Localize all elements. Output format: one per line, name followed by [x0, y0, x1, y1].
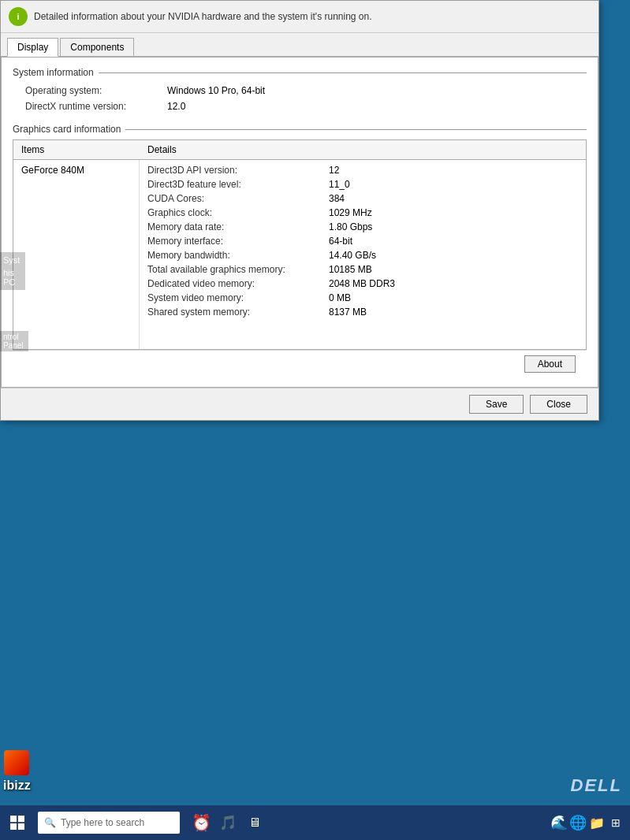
card-name: GeForce 840M	[21, 165, 84, 176]
col-header-items: Items	[13, 143, 140, 157]
svg-rect-2	[10, 823, 17, 830]
table-body: GeForce 840M Direct3D API version:12Dire…	[13, 160, 586, 349]
directx-value: 12.0	[167, 101, 185, 112]
tray-icon-edge[interactable]: 🌐	[570, 815, 586, 831]
control-panel-item[interactable]: ntrol Panel	[0, 331, 28, 351]
search-icon: 🔍	[44, 817, 56, 828]
tray-icon-store[interactable]: ⊞	[608, 815, 624, 831]
taskbar-icon-clock[interactable]: ⏰	[191, 812, 211, 833]
start-button[interactable]	[0, 805, 35, 840]
table-header: Items Details	[13, 140, 586, 160]
detail-row: Memory data rate:1.80 Gbps	[140, 220, 586, 234]
left-item-pc[interactable]: his PC	[3, 266, 22, 288]
svg-rect-3	[18, 823, 24, 830]
desktop-icon-area: ibizz	[3, 750, 31, 793]
dell-logo: DELL	[571, 775, 622, 796]
detail-value: 12	[329, 165, 339, 176]
detail-value: 14.40 GB/s	[329, 250, 376, 261]
items-column: GeForce 840M	[13, 160, 140, 349]
details-column: Direct3D API version:12Direct3D feature …	[140, 160, 586, 349]
about-button[interactable]: About	[524, 355, 576, 373]
os-row: Operating system: Windows 10 Pro, 64-bit	[13, 83, 587, 98]
os-value: Windows 10 Pro, 64-bit	[167, 85, 265, 96]
left-item-syst[interactable]: Syst	[3, 254, 22, 266]
windows-logo-icon	[10, 816, 24, 830]
save-button[interactable]: Save	[469, 395, 524, 414]
detail-row: Memory bandwidth:14.40 GB/s	[140, 248, 586, 262]
os-label: Operating system:	[25, 85, 167, 96]
detail-row: Dedicated video memory:2048 MB DDR3	[140, 277, 586, 291]
detail-row: Total available graphics memory:10185 MB	[140, 262, 586, 277]
detail-value: 64-bit	[329, 236, 352, 247]
detail-label: Graphics clock:	[147, 207, 329, 218]
tray-icon-folder[interactable]: 📁	[589, 815, 605, 831]
detail-label: Memory data rate:	[147, 221, 329, 232]
left-nav: Syst his PC	[0, 252, 25, 290]
tab-display[interactable]: Display	[7, 38, 58, 57]
graphics-card-section: Graphics card information Items Details …	[13, 124, 587, 377]
content-area: System information Operating system: Win…	[1, 57, 598, 388]
dialog-footer: Save Close	[1, 388, 598, 420]
dialog-title: Detailed information about your NVIDIA h…	[34, 11, 372, 22]
taskbar-icon-monitor[interactable]: 🖥	[244, 812, 265, 833]
col-header-details: Details	[140, 143, 586, 157]
detail-label: Total available graphics memory:	[147, 264, 329, 275]
detail-row: System video memory:0 MB	[140, 291, 586, 305]
taskbar-icons: ⏰ 🎵 🖥	[191, 812, 265, 833]
graphics-table: Items Details GeForce 840M Direct3D API …	[13, 139, 587, 350]
detail-row: Shared system memory:8137 MB	[140, 305, 586, 319]
graphics-card-title: Graphics card information	[13, 124, 587, 135]
directx-label: DirectX runtime version:	[25, 101, 167, 112]
nvidia-icon: i	[9, 7, 28, 26]
search-bar[interactable]: 🔍 Type here to search	[38, 812, 180, 834]
detail-label: Shared system memory:	[147, 307, 329, 318]
detail-value: 8137 MB	[329, 307, 367, 318]
system-tray: 🌊 🌐 📁 ⊞	[551, 815, 624, 831]
detail-value: 2048 MB DDR3	[329, 278, 395, 289]
taskbar-icon-music[interactable]: 🎵	[218, 812, 238, 833]
ibizz-text: ibizz	[3, 779, 31, 793]
desktop-icon-img	[4, 750, 29, 775]
detail-row: CUDA Cores:384	[140, 191, 586, 206]
detail-label: CUDA Cores:	[147, 193, 329, 204]
about-btn-area: About	[13, 350, 587, 377]
directx-row: DirectX runtime version: 12.0	[13, 98, 587, 114]
detail-row: Direct3D feature level:11_0	[140, 177, 586, 191]
detail-label: Direct3D feature level:	[147, 179, 329, 190]
detail-label: System video memory:	[147, 292, 329, 303]
svg-rect-0	[10, 816, 17, 822]
tray-icon-media[interactable]: 🌊	[551, 815, 567, 831]
svg-rect-1	[18, 816, 24, 822]
nvidia-dialog: i Detailed information about your NVIDIA…	[0, 0, 599, 421]
detail-label: Direct3D API version:	[147, 165, 329, 176]
detail-value: 1.80 Gbps	[329, 221, 372, 232]
system-info-section: System information	[13, 67, 587, 78]
detail-label: Memory bandwidth:	[147, 250, 329, 261]
detail-row: Memory interface:64-bit	[140, 234, 586, 248]
detail-value: 11_0	[329, 179, 350, 190]
control-panel-label: ntrol Panel	[3, 333, 24, 350]
detail-row: Graphics clock:1029 MHz	[140, 206, 586, 220]
dialog-header: i Detailed information about your NVIDIA…	[1, 1, 598, 33]
search-placeholder: Type here to search	[61, 817, 144, 828]
tabs-container: Display Components	[1, 33, 598, 57]
details-scroll[interactable]: Direct3D API version:12Direct3D feature …	[140, 160, 586, 322]
detail-label: Dedicated video memory:	[147, 278, 329, 289]
desktop: i Detailed information about your NVIDIA…	[0, 0, 630, 840]
tab-components[interactable]: Components	[60, 38, 134, 56]
detail-value: 10185 MB	[329, 264, 372, 275]
detail-value: 384	[329, 193, 345, 204]
detail-label: Memory interface:	[147, 236, 329, 247]
taskbar: 🔍 Type here to search ⏰ 🎵 🖥 🌊 🌐 📁 ⊞	[0, 805, 630, 840]
detail-value: 0 MB	[329, 292, 351, 303]
close-button[interactable]: Close	[530, 395, 587, 414]
detail-value: 1029 MHz	[329, 207, 372, 218]
detail-row: Direct3D API version:12	[140, 163, 586, 177]
